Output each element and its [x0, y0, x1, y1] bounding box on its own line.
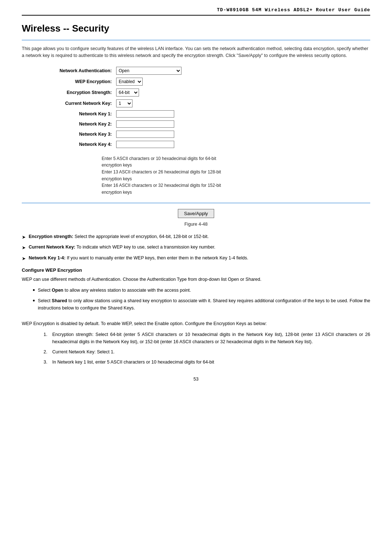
list-bullet-text-2: Select Shared to only allow stations usi…	[38, 297, 370, 312]
network-key1-row: Network Key 1:	[36, 110, 370, 118]
form-table: Network Authentication: Open Shared WEP …	[36, 67, 370, 148]
wep-encryption-control: Disabled Enabled	[116, 78, 143, 86]
network-key2-label: Network Key 2:	[36, 122, 116, 127]
bullet-item-3: ➤ Network Key 1-4: If you want to manual…	[22, 255, 370, 262]
encryption-strength-row: Encryption Strength: 64-bit 128-bit 152-…	[36, 89, 370, 97]
configure-wep-heading: Configure WEP Encryption	[22, 267, 370, 273]
wep-encryption-row: WEP Encryption: Disabled Enabled	[36, 78, 370, 86]
network-key2-row: Network Key 2:	[36, 120, 370, 128]
hint-line-2: Enter 13 ASCII characters or 26 hexadeci…	[102, 169, 370, 176]
network-auth-select[interactable]: Open Shared	[116, 67, 181, 75]
network-auth-label: Network Authentication:	[36, 68, 116, 73]
numbered-item-3: 3. In Network key 1 list, enter 5 ASCII …	[44, 358, 370, 366]
network-key4-input[interactable]	[116, 141, 174, 148]
network-key4-row: Network Key 4:	[36, 141, 370, 148]
current-network-key-control: 1 2 3 4	[116, 99, 132, 107]
numbered-text-1: Encryption strength: Select 64-bit (ente…	[52, 331, 370, 345]
current-network-key-select[interactable]: 1 2 3 4	[116, 99, 132, 107]
network-key4-label: Network Key 4:	[36, 142, 116, 147]
top-divider	[22, 40, 370, 40]
numbered-item-1: 1. Encryption strength: Select 64-bit (e…	[44, 331, 370, 345]
description-text: This page allows you to configure securi…	[22, 45, 370, 59]
list-text-shared: to only allow stations using a shared ke…	[38, 298, 370, 311]
numbered-text-3: In Network key 1 list, enter 5 ASCII cha…	[52, 358, 370, 366]
network-key3-control	[116, 131, 174, 138]
numbered-list: 1. Encryption strength: Select 64-bit (e…	[44, 331, 370, 366]
hint-line-1b: encryption keys	[102, 162, 370, 169]
list-bullet-dot-1: •	[33, 287, 35, 295]
bullet-label-1: Encryption strength:	[29, 234, 73, 239]
hint-line-1: Enter 5 ASCII characters or 10 hexadecim…	[102, 155, 370, 162]
current-network-key-row: Current Network Key: 1 2 3 4	[36, 99, 370, 107]
configure-wep-intro: WEP can use different methods of Authent…	[22, 276, 370, 283]
hint-line-3b: encryption keys	[102, 189, 370, 196]
bullet-text-1: Select the appropriate level of encrypti…	[73, 234, 209, 239]
numbered-num-3: 3.	[44, 358, 52, 366]
network-key1-input[interactable]	[116, 110, 174, 118]
figure-label: Figure 4-48	[22, 222, 370, 227]
bullet-label-3: Network Key 1-4:	[29, 255, 65, 260]
save-apply-button[interactable]: Save/Apply	[178, 209, 214, 218]
network-key3-row: Network Key 3:	[36, 131, 370, 138]
encryption-strength-select[interactable]: 64-bit 128-bit 152-bit	[116, 89, 139, 97]
network-key3-label: Network Key 3:	[36, 132, 116, 137]
bullet-text-3: If you want to manually enter the WEP ke…	[65, 255, 248, 260]
hint-text: Enter 5 ASCII characters or 10 hexadecim…	[102, 155, 370, 196]
list-item-shared: • Select Shared to only allow stations u…	[33, 297, 370, 312]
list-text-open: to allow any wireless station to associa…	[63, 288, 191, 293]
bullet-section: ➤ Encryption strength: Select the approp…	[22, 233, 370, 262]
wep-encryption-select[interactable]: Disabled Enabled	[116, 78, 143, 86]
network-key1-label: Network Key 1:	[36, 111, 116, 116]
current-network-key-label: Current Network Key:	[36, 101, 116, 106]
list-bullet-text-1: Select Open to allow any wireless statio…	[38, 287, 370, 294]
network-auth-row: Network Authentication: Open Shared	[36, 67, 370, 75]
bottom-divider	[22, 203, 370, 203]
list-label-open: Open	[52, 288, 64, 293]
network-key2-input[interactable]	[116, 120, 174, 128]
network-key1-control	[116, 110, 174, 118]
bullet-content-1: Encryption strength: Select the appropri…	[29, 233, 370, 240]
numbered-num-2: 2.	[44, 348, 52, 356]
numbered-item-2: 2. Current Network Key: Select 1.	[44, 348, 370, 356]
bullet-item-1: ➤ Encryption strength: Select the approp…	[22, 233, 370, 241]
list-label-shared: Shared	[52, 298, 67, 303]
network-key4-control	[116, 141, 174, 148]
page-number: 53	[22, 377, 370, 382]
page-title: Wireless -- Security	[22, 23, 370, 34]
encryption-strength-control: 64-bit 128-bit 152-bit	[116, 89, 139, 97]
bullet-label-2: Current Network Key:	[29, 245, 75, 250]
encryption-strength-label: Encryption Strength:	[36, 90, 116, 95]
bullet-content-2: Current Network Key: To indicate which W…	[29, 244, 370, 251]
hint-line-2b: encryption keys	[102, 176, 370, 182]
network-auth-control: Open Shared	[116, 67, 181, 75]
wep-disable-text: WEP Encryption is disabled by default. T…	[22, 320, 370, 327]
hint-line-3: Enter 16 ASCII characters or 32 hexadeci…	[102, 182, 370, 189]
bullet-arrow-1: ➤	[22, 234, 26, 241]
list-item-open: • Select Open to allow any wireless stat…	[33, 287, 370, 295]
numbered-text-2: Current Network Key: Select 1.	[52, 348, 370, 356]
bullet-content-3: Network Key 1-4: If you want to manually…	[29, 255, 370, 262]
bullet-item-2: ➤ Current Network Key: To indicate which…	[22, 244, 370, 251]
bullet-arrow-3: ➤	[22, 255, 26, 262]
network-key2-control	[116, 120, 174, 128]
page-header-title: TD-W8910GB 54M Wireless ADSL2+ Router Us…	[22, 7, 370, 16]
wep-encryption-label: WEP Encryption:	[36, 79, 116, 84]
numbered-num-1: 1.	[44, 331, 52, 338]
bullet-text-2: To indicate which WEP key to use, select…	[75, 245, 216, 250]
bullet-arrow-2: ➤	[22, 244, 26, 251]
list-bullet-dot-2: •	[33, 297, 35, 305]
network-key3-input[interactable]	[116, 131, 174, 138]
